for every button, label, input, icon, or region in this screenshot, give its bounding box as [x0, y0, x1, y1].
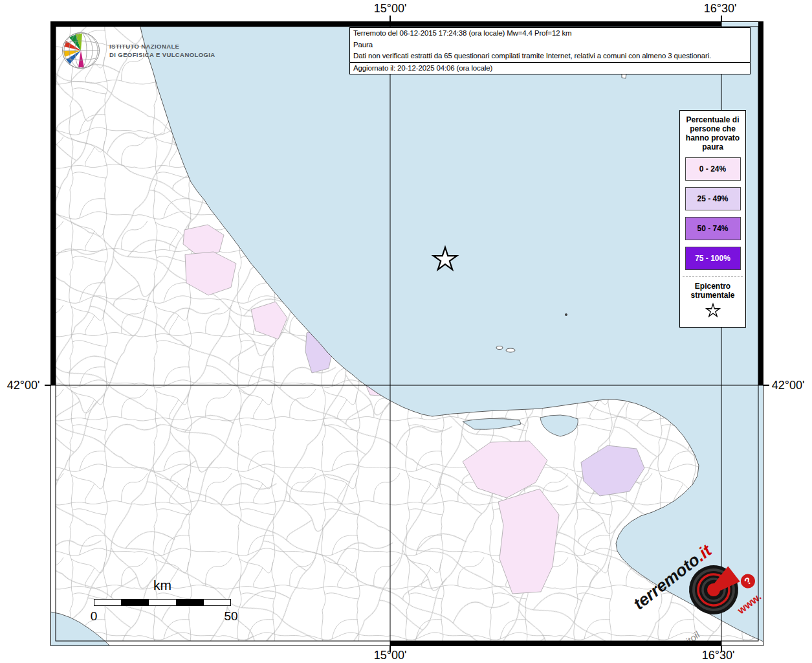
scale-end-label: 50	[224, 609, 237, 624]
map-scale-bar: km 0 50	[94, 578, 231, 624]
ingv-name: ISTITUTO NAZIONALE DI GEOFISICA E VULCAN…	[109, 42, 215, 59]
map-canvas: terremoto.it haisentitoil ? www.	[50, 21, 763, 646]
felt-map-page: terremoto.it haisentitoil ? www. 15°00' …	[0, 0, 812, 663]
scale-start-label: 0	[91, 609, 98, 624]
legend-class-label: 0 - 24%	[699, 164, 726, 174]
ingv-logo-block: ISTITUTO NAZIONALE DI GEOFISICA E VULCAN…	[61, 31, 215, 70]
scale-segment	[177, 600, 204, 605]
map-tick	[721, 16, 722, 21]
scale-segment	[204, 600, 230, 605]
axis-label-lat42-left: 42°00'	[7, 379, 40, 392]
ingv-name-line1: ISTITUTO NAZIONALE	[109, 42, 215, 51]
frame-top-black	[50, 21, 721, 27]
tremiti-island	[496, 346, 503, 350]
legend-box: Percentuale di persone che hanno provato…	[679, 110, 746, 328]
map-tick	[45, 385, 50, 386]
map-tick	[390, 16, 391, 21]
legend-class-label: 75 - 100%	[695, 254, 730, 263]
map-tick	[763, 385, 769, 386]
legend-class-50-74: 50 - 74%	[685, 217, 741, 240]
map-tick	[721, 646, 722, 652]
scale-bar-segments	[94, 599, 231, 606]
axis-label-lat42-right: 42°00'	[772, 379, 805, 392]
frame-right-black	[758, 21, 763, 385]
scale-bar-labels: 0 50	[94, 609, 231, 624]
event-title-box: Terremoto del 06-12-2015 17:24:38 (ora l…	[349, 27, 751, 74]
event-title-line: Terremoto del 06-12-2015 17:24:38 (ora l…	[350, 28, 750, 39]
tremiti-island	[506, 348, 515, 352]
scale-segment	[94, 600, 122, 605]
islet	[565, 313, 567, 315]
frame-bottom-black	[390, 641, 721, 646]
legend-title: Percentuale di persone che hanno provato…	[685, 115, 741, 152]
axis-label-lon1630-top: 16°30'	[704, 2, 737, 16]
scale-unit-label: km	[94, 578, 231, 593]
scale-segment	[122, 600, 149, 605]
legend-epicenter-title: Epicentro strumentale	[684, 282, 742, 300]
ingv-name-line2: DI GEOFISICA E VULCANOLOGIA	[109, 51, 215, 59]
axis-label-lon15-top: 15°00'	[374, 2, 407, 16]
legend-epicenter-star-icon	[703, 302, 723, 319]
legend-class-label: 25 - 49%	[697, 194, 728, 203]
legend-class-25-49: 25 - 49%	[685, 187, 741, 210]
axis-label-lon1630-bottom: 16°30'	[702, 649, 735, 662]
event-updated-at: Aggiornato il: 20-12-2025 04:06 (ora loc…	[350, 62, 750, 74]
legend-class-75-100: 75 - 100%	[685, 247, 741, 270]
scale-segment	[149, 600, 176, 605]
map-tick	[390, 646, 391, 652]
legend-divider	[683, 276, 743, 277]
frame-left-black	[50, 21, 56, 385]
legend-class-label: 50 - 74%	[697, 224, 728, 233]
legend-class-0-24: 0 - 24%	[685, 157, 741, 181]
event-data-disclaimer: Dati non verificati estratti da 65 quest…	[350, 51, 750, 62]
ingv-globe-icon	[61, 31, 104, 70]
event-map-type: Paura	[350, 39, 750, 51]
